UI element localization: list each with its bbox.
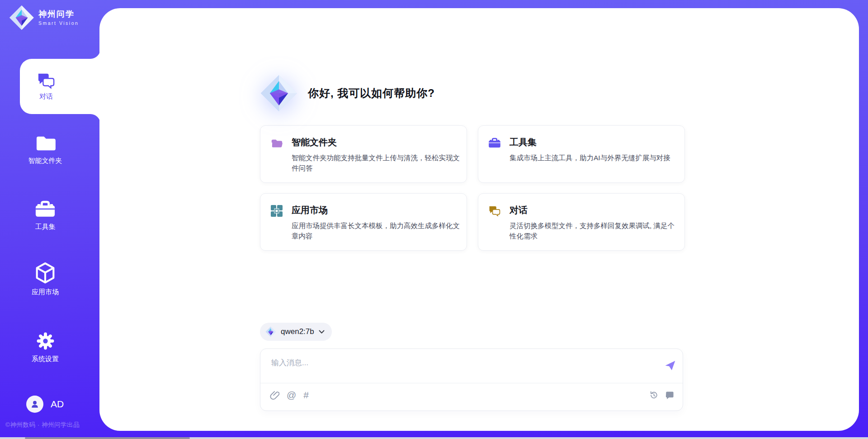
brand-diamond-logo-icon bbox=[9, 5, 34, 30]
card-toolset[interactable]: 工具集 集成市场上主流工具，助力AI与外界无缝扩展与对接 bbox=[478, 125, 685, 183]
model-diamond-icon bbox=[265, 326, 276, 337]
brand-logo-row: 神州问学 Smart Vision bbox=[9, 5, 79, 30]
card-desc: 应用市场提供丰富长文本模板，助力高效生成多样化文章内容 bbox=[292, 220, 460, 242]
sidebar-item-settings[interactable]: 系统设置 bbox=[0, 331, 90, 363]
horizontal-scrollbar[interactable] bbox=[0, 437, 868, 439]
card-text: 应用市场 应用市场提供丰富长文本模板，助力高效生成多样化文章内容 bbox=[292, 204, 460, 240]
nav-icon-wrap bbox=[35, 133, 56, 153]
folder-open-icon bbox=[270, 137, 283, 149]
card-app-market[interactable]: 应用市场 应用市场提供丰富长文本模板，助力高效生成多样化文章内容 bbox=[260, 193, 467, 251]
sidebar-item-app-market[interactable]: 应用市场 bbox=[0, 264, 90, 296]
chat-bubbles-icon bbox=[488, 205, 501, 217]
avatar bbox=[26, 396, 43, 413]
app-grid-icon bbox=[270, 205, 283, 217]
toolbox-icon bbox=[488, 137, 501, 149]
sidebar-item-label: 工具集 bbox=[35, 223, 56, 231]
message-input[interactable] bbox=[270, 357, 652, 380]
card-desc: 智能文件夹功能支持批量文件上传与清洗，轻松实现文件问答 bbox=[292, 153, 460, 174]
brand-subtitle: Smart Vision bbox=[38, 20, 79, 26]
mention-icon[interactable]: @ bbox=[287, 390, 296, 400]
hero-greeting: 你好, 我可以如何帮助你? bbox=[260, 74, 685, 113]
model-label: qwen2:7b bbox=[281, 327, 314, 336]
chat-toolbar-divider bbox=[260, 383, 683, 383]
toolbar-right bbox=[649, 390, 675, 400]
card-title: 工具集 bbox=[509, 136, 678, 148]
history-icon[interactable] bbox=[649, 390, 659, 400]
brand-diamond-logo-icon bbox=[260, 74, 298, 112]
sidebar-item-toolset[interactable]: 工具集 bbox=[0, 199, 90, 231]
main-panel: 你好, 我可以如何帮助你? 智能文件夹 智能文件夹功能支持批量文件上传与清洗，轻… bbox=[99, 8, 859, 431]
gear-icon bbox=[36, 331, 55, 351]
card-chat[interactable]: 对话 灵活切换多模型文件，支持多样回复效果调试, 满足个性化需求 bbox=[478, 193, 685, 251]
card-title: 智能文件夹 bbox=[292, 136, 460, 148]
card-text: 对话 灵活切换多模型文件，支持多样回复效果调试, 满足个性化需求 bbox=[509, 204, 678, 240]
folder-icon bbox=[35, 134, 56, 153]
sidebar-item-chat[interactable]: 对话 bbox=[20, 59, 100, 114]
hash-icon[interactable]: # bbox=[303, 390, 309, 400]
card-desc: 灵活切换多模型文件，支持多样回复效果调试, 满足个性化需求 bbox=[509, 220, 678, 242]
card-smart-folder[interactable]: 智能文件夹 智能文件夹功能支持批量文件上传与清洗，轻松实现文件问答 bbox=[260, 125, 467, 183]
card-title: 应用市场 bbox=[292, 204, 460, 216]
nav-icon-wrap bbox=[35, 199, 56, 219]
person-icon bbox=[30, 399, 40, 409]
tab-fillet-bottom bbox=[90, 114, 100, 124]
card-desc: 集成市场上主流工具，助力AI与外界无缝扩展与对接 bbox=[509, 153, 678, 163]
chat-bubble-icon[interactable] bbox=[665, 391, 675, 400]
greeting-title: 你好, 我可以如何帮助你? bbox=[308, 86, 435, 100]
toolbar-left: @ # bbox=[270, 390, 309, 400]
sidebar-item-smart-folder[interactable]: 智能文件夹 bbox=[0, 133, 90, 165]
sidebar-item-label: 智能文件夹 bbox=[28, 157, 62, 165]
sidebar-item-label: 应用市场 bbox=[32, 288, 59, 296]
chevron-down-icon bbox=[319, 330, 325, 334]
sidebar-item-label: 对话 bbox=[39, 92, 53, 101]
model-selector[interactable]: qwen2:7b bbox=[260, 323, 332, 341]
tab-fillet-top bbox=[90, 49, 100, 59]
feature-cards: 智能文件夹 智能文件夹功能支持批量文件上传与清洗，轻松实现文件问答 工具集 集成… bbox=[260, 125, 685, 251]
send-icon[interactable] bbox=[664, 359, 676, 372]
card-text: 智能文件夹 智能文件夹功能支持批量文件上传与清洗，轻松实现文件问答 bbox=[292, 136, 460, 172]
chat-bubbles-icon bbox=[37, 72, 56, 89]
card-text: 工具集 集成市场上主流工具，助力AI与外界无缝扩展与对接 bbox=[509, 136, 678, 172]
sidebar-footer-text: ©神州数码 · 神州问学出品 bbox=[5, 421, 80, 429]
scrollbar-thumb[interactable] bbox=[25, 437, 190, 439]
user-profile[interactable]: AD bbox=[26, 396, 64, 413]
user-initials: AD bbox=[51, 399, 64, 410]
cube-icon bbox=[35, 262, 55, 284]
sidebar: 神州问学 Smart Vision 对话 智能文件夹 bbox=[0, 0, 99, 439]
brand-name: 神州问学 bbox=[38, 10, 79, 19]
toolbox-icon bbox=[35, 200, 56, 219]
brand-text: 神州问学 Smart Vision bbox=[38, 10, 79, 26]
nav-icon-wrap bbox=[35, 264, 55, 284]
content-column: 你好, 我可以如何帮助你? 智能文件夹 智能文件夹功能支持批量文件上传与清洗，轻… bbox=[260, 8, 685, 411]
card-title: 对话 bbox=[509, 204, 678, 216]
nav-icon-wrap bbox=[36, 331, 55, 351]
attachment-icon[interactable] bbox=[270, 390, 279, 400]
chat-input-container: @ # bbox=[260, 348, 683, 411]
sidebar-item-label: 系统设置 bbox=[32, 355, 59, 363]
